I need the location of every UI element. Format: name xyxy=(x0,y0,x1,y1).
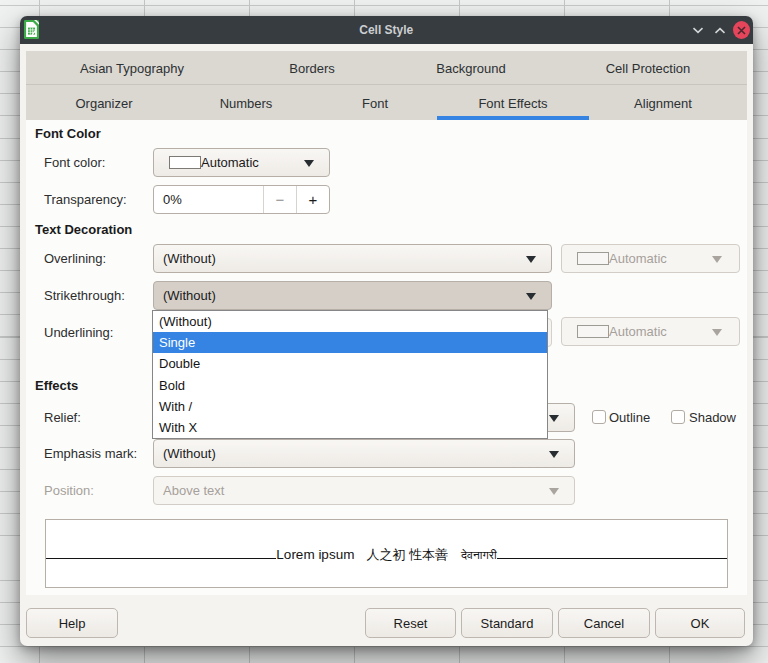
transparency-decrement-button[interactable]: − xyxy=(263,186,296,213)
tab-font[interactable]: Font xyxy=(342,86,408,120)
cell-style-dialog: Cell Style Asian Ty xyxy=(20,16,753,646)
relief-label: Relief: xyxy=(44,410,81,425)
underline-color-swatch xyxy=(577,325,609,338)
preview-text: Lorem ipsum 人之初 性本善 देवनागरी xyxy=(46,520,727,589)
transparency-spinbox[interactable]: 0% − + xyxy=(153,185,330,214)
tab-font-effects[interactable]: Font Effects xyxy=(458,86,567,120)
cancel-button[interactable]: Cancel xyxy=(558,608,650,638)
tab-alignment[interactable]: Alignment xyxy=(614,86,712,120)
preview-cjk-text: 人之初 性本善 xyxy=(354,520,448,559)
maximize-button[interactable] xyxy=(709,16,731,44)
help-button[interactable]: Help xyxy=(26,608,118,638)
position-label: Position: xyxy=(44,483,94,498)
dropdown-option-double[interactable]: Double xyxy=(153,353,547,374)
preview-underline-left xyxy=(46,520,276,559)
window-title: Cell Style xyxy=(20,16,753,44)
tab-borders[interactable]: Borders xyxy=(269,51,355,85)
font-effects-panel: Font Color Font color: Automatic Transpa… xyxy=(26,120,747,595)
dropdown-arrow-icon xyxy=(304,160,314,167)
window-controls xyxy=(687,16,753,44)
tab-asian-typography[interactable]: Asian Typography xyxy=(60,51,204,85)
dropdown-arrow-icon xyxy=(549,415,559,422)
ok-button[interactable]: OK xyxy=(655,608,745,638)
outline-label: Outline xyxy=(609,410,650,425)
tab-bar: Asian Typography Borders Background Cell… xyxy=(26,51,747,120)
font-color-select[interactable]: Automatic xyxy=(153,148,330,177)
tab-row-2: Organizer Numbers Font Font Effects Alig… xyxy=(26,86,747,120)
transparency-increment-button[interactable]: + xyxy=(296,186,329,213)
preview-latin-text: Lorem ipsum xyxy=(276,520,354,559)
preview-devanagari-text: देवनागरी xyxy=(448,520,497,559)
position-select[interactable]: Above text xyxy=(153,476,575,505)
dropdown-arrow-icon xyxy=(526,256,536,263)
tab-numbers[interactable]: Numbers xyxy=(200,86,293,120)
overline-color-swatch xyxy=(577,252,609,265)
preview-box: Lorem ipsum 人之初 性本善 देवनागरी xyxy=(45,519,728,588)
chevron-up-icon xyxy=(714,27,726,34)
font-color-heading: Font Color xyxy=(35,126,101,141)
emphasis-mark-select[interactable]: (Without) xyxy=(153,439,575,468)
close-button[interactable] xyxy=(731,16,753,44)
tab-cell-protection[interactable]: Cell Protection xyxy=(586,51,711,85)
outline-checkbox[interactable] xyxy=(592,410,606,424)
close-icon xyxy=(737,26,746,35)
tab-organizer[interactable]: Organizer xyxy=(55,86,152,120)
text-decoration-heading: Text Decoration xyxy=(35,222,132,237)
tab-row-1: Asian Typography Borders Background Cell… xyxy=(26,51,747,85)
font-color-swatch xyxy=(169,156,201,169)
dropdown-option-without[interactable]: (Without) xyxy=(153,311,547,332)
dropdown-option-bold[interactable]: Bold xyxy=(153,375,547,396)
underlining-label: Underlining: xyxy=(44,325,113,340)
titlebar[interactable]: Cell Style xyxy=(20,16,753,44)
dropdown-option-with-slash[interactable]: With / xyxy=(153,396,547,417)
chevron-down-icon xyxy=(692,27,704,34)
reset-button[interactable]: Reset xyxy=(365,608,456,638)
dropdown-option-with-x[interactable]: With X xyxy=(153,417,547,438)
minimize-button[interactable] xyxy=(687,16,709,44)
effects-heading: Effects xyxy=(35,378,78,393)
transparency-value[interactable]: 0% xyxy=(154,192,263,207)
dropdown-arrow-icon xyxy=(549,451,559,458)
emphasis-mark-label: Emphasis mark: xyxy=(44,446,137,461)
shadow-checkbox[interactable] xyxy=(671,410,685,424)
dropdown-arrow-icon xyxy=(526,293,536,300)
dropdown-arrow-icon xyxy=(712,329,722,336)
strikethrough-label: Strikethrough: xyxy=(44,288,125,303)
standard-button[interactable]: Standard xyxy=(461,608,553,638)
shadow-label: Shadow xyxy=(689,410,736,425)
dropdown-arrow-icon xyxy=(712,256,722,263)
close-button-circle[interactable] xyxy=(733,21,750,39)
dropdown-arrow-icon xyxy=(549,488,559,495)
strikethrough-dropdown-list: (Without) Single Double Bold With / With… xyxy=(152,310,548,439)
overline-color-select[interactable]: Automatic xyxy=(561,244,740,273)
dropdown-option-single[interactable]: Single xyxy=(153,332,547,353)
preview-underline-right xyxy=(497,520,727,559)
strikethrough-select[interactable]: (Without) xyxy=(153,281,552,310)
underline-color-select[interactable]: Automatic xyxy=(561,317,740,346)
transparency-label: Transparency: xyxy=(44,192,127,207)
tab-background[interactable]: Background xyxy=(416,51,525,85)
overlining-select[interactable]: (Without) xyxy=(153,244,552,273)
overlining-label: Overlining: xyxy=(44,251,106,266)
font-color-label: Font color: xyxy=(44,155,105,170)
